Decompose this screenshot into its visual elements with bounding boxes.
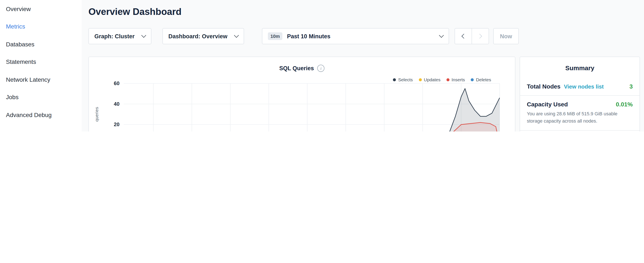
chart-title: SQL Queries [279,65,314,72]
right-column: Summary Total Nodes View nodes list 3 Ca… [520,57,640,132]
chart-title-row: SQL Queries i [89,57,515,72]
legend-dot-icon [471,78,474,81]
sql-queries-chart-panel: SQL Queries i SelectsUpdatesInsertsDelet… [88,57,515,132]
time-range-label: Past 10 Minutes [287,33,330,39]
chevron-down-icon [439,33,444,38]
time-step-buttons [454,28,489,44]
sidebar-item-advanced-debug[interactable]: Advanced Debug [0,106,82,124]
sql-queries-chart-canvas[interactable]: 16:3816:3916:4016:4116:4216:4316:4416:45… [89,81,516,132]
sidebar-item-statements[interactable]: Statements [0,53,82,71]
dashboard-dropdown[interactable]: Dashboard: Overview [162,28,244,44]
dashboard-dropdown-label: Dashboard: Overview [168,33,228,39]
sidebar: Overview Metrics Databases Statements Ne… [0,0,82,132]
app-root: Overview Metrics Databases Statements Ne… [0,0,644,132]
now-button[interactable]: Now [493,28,519,44]
summary-description: You are using 28.6 MiB of 515.9 GiB usab… [527,110,633,125]
time-back-button[interactable] [454,28,472,44]
time-range-badge: 10m [268,32,282,40]
info-icon[interactable]: i [318,65,325,72]
view-nodes-list-link[interactable]: View nodes list [564,83,604,90]
legend-dot-icon [393,78,396,81]
graph-scope-dropdown-label: Graph: Cluster [94,33,134,39]
chevron-down-icon [142,33,146,38]
summary-row-unavailable-ranges: Unavailable ranges 0 [520,131,640,132]
sidebar-item-overview[interactable]: Overview [0,0,82,18]
svg-text:queries: queries [94,107,99,122]
sidebar-item-jobs[interactable]: Jobs [0,88,82,106]
main-content: Overview Dashboard Graph: Cluster Dashbo… [88,0,518,18]
summary-value: 0.01% [616,101,633,108]
chevron-right-icon [477,34,482,39]
summary-row-total-nodes: Total Nodes View nodes list 3 [520,78,640,95]
sidebar-item-network-latency[interactable]: Network Latency [0,71,82,88]
legend-dot-icon [446,78,450,81]
summary-value: 3 [629,83,633,90]
time-forward-button[interactable] [472,28,489,44]
chevron-left-icon [462,34,466,39]
chevron-down-icon [234,33,239,38]
sidebar-item-databases[interactable]: Databases [0,35,82,53]
graph-scope-dropdown[interactable]: Graph: Cluster [88,28,152,44]
page-title: Overview Dashboard [88,7,518,18]
svg-text:20: 20 [114,122,120,127]
toolbar: Graph: Cluster Dashboard: Overview 10m P… [88,28,519,44]
summary-row-capacity-used: Capacity Used 0.01% You are using 28.6 M… [520,96,640,130]
sidebar-item-metrics[interactable]: Metrics [0,18,82,35]
time-window-selector[interactable]: 10m Past 10 Minutes [262,28,449,44]
summary-title: Summary [520,57,640,78]
svg-text:60: 60 [114,81,120,86]
legend-dot-icon [419,78,422,81]
summary-label: Capacity Used [527,101,568,108]
summary-label: Total Nodes [527,83,560,90]
summary-panel: Summary Total Nodes View nodes list 3 Ca… [520,57,640,132]
svg-text:40: 40 [114,101,120,107]
